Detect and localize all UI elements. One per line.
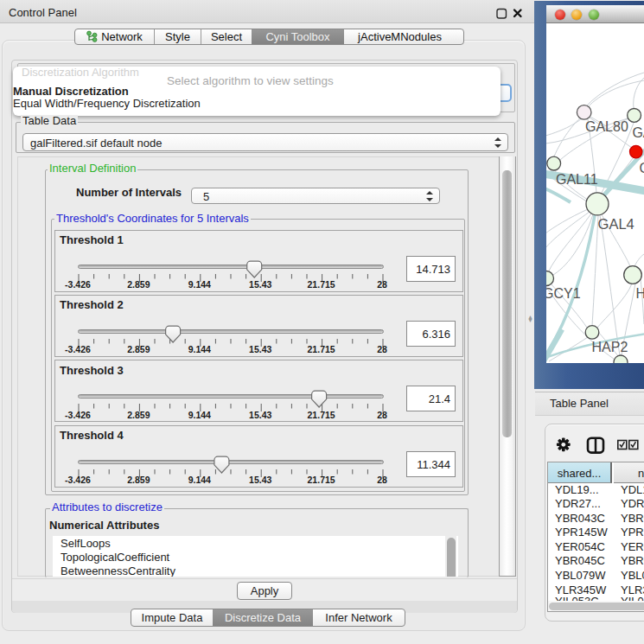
svg-text:GCY1: GCY1 [546,286,581,301]
svg-text:HAP2: HAP2 [592,340,628,354]
svg-text:GAL80: GAL80 [585,119,628,134]
svg-text:GA: GA [632,125,644,140]
svg-text:GAL11: GAL11 [556,172,598,187]
svg-text:H: H [636,286,644,301]
svg-text:C: C [640,161,644,175]
svg-text:GAL4: GAL4 [598,216,634,232]
